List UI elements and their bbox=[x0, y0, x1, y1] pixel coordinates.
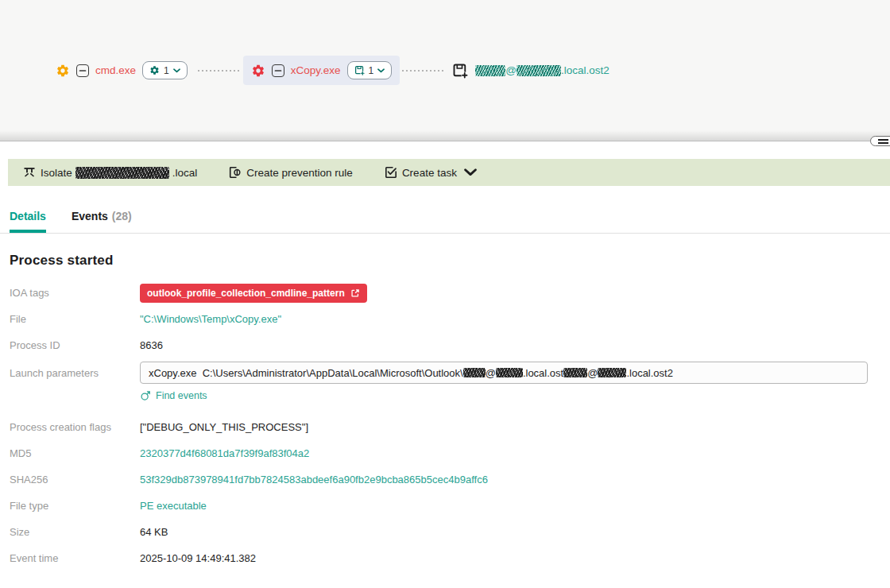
process-tree-row: cmd.exe 1 xCopy.exe 1 bbox=[48, 56, 614, 85]
field-row-process-id: Process ID 8636 bbox=[10, 332, 890, 358]
process-gear-icon bbox=[56, 64, 70, 78]
file-path-link[interactable]: "C:\Windows\Temp\xCopy.exe" bbox=[140, 313, 281, 325]
details-fields: IOA tags outlook_profile_collection_cmdl… bbox=[10, 280, 890, 571]
pane-splitter-handle[interactable] bbox=[870, 136, 890, 146]
tab-events[interactable]: Events (28) bbox=[72, 199, 132, 233]
tree-connector bbox=[198, 70, 241, 72]
grip-lines-icon bbox=[878, 139, 888, 144]
field-label: MD5 bbox=[10, 447, 140, 459]
launch-parameters-box[interactable]: xCopy.exe C:\Users\Administrator\AppData… bbox=[140, 362, 868, 384]
find-events-icon bbox=[140, 390, 151, 401]
file-node-ost2[interactable]: @.local.ost2 bbox=[447, 57, 614, 84]
child-process-count-dropdown[interactable]: 1 bbox=[142, 61, 188, 79]
process-gear-icon-alert bbox=[251, 64, 265, 78]
file-name[interactable]: @.local.ost2 bbox=[475, 64, 609, 76]
creation-flags-value: ["DEBUG_ONLY_THIS_PROCESS"] bbox=[140, 421, 308, 433]
field-label: File type bbox=[10, 500, 140, 512]
process-node-xcopy[interactable]: xCopy.exe 1 bbox=[243, 56, 400, 85]
redacted-mailbox-name bbox=[463, 368, 486, 377]
redacted-hostname bbox=[75, 167, 169, 179]
field-label: SHA256 bbox=[10, 474, 140, 485]
chevron-down-icon bbox=[173, 68, 180, 73]
created-files-count-dropdown[interactable]: 1 bbox=[347, 61, 393, 79]
field-label: File bbox=[10, 313, 140, 325]
field-label: Size bbox=[10, 526, 140, 538]
collapse-node-button[interactable] bbox=[272, 64, 284, 77]
prevention-rule-icon bbox=[229, 166, 242, 179]
create-prevention-rule-button[interactable]: Create prevention rule bbox=[229, 166, 353, 179]
file-plus-icon bbox=[354, 65, 365, 75]
md5-hash-link[interactable]: 2320377d4f68081da7f39f9af83f04a2 bbox=[140, 447, 309, 459]
field-label: Event time bbox=[10, 552, 140, 564]
redacted-mailbox-name bbox=[563, 368, 587, 377]
find-events-link[interactable]: Find events bbox=[140, 390, 207, 401]
isolate-host-button[interactable]: Isolate.local bbox=[23, 166, 197, 179]
tab-details[interactable]: Details bbox=[10, 199, 46, 233]
edr-detection-window: cmd.exe 1 xCopy.exe 1 bbox=[0, 0, 890, 588]
process-name-cmd[interactable]: cmd.exe bbox=[95, 64, 136, 76]
isolate-host-icon bbox=[23, 166, 36, 179]
collapse-node-button[interactable] bbox=[76, 64, 89, 77]
process-node-cmd[interactable]: cmd.exe 1 bbox=[48, 56, 195, 85]
page-title: Process started bbox=[10, 253, 890, 269]
field-row-launch-parameters: Launch parameters xCopy.exe C:\Users\Adm… bbox=[10, 360, 890, 385]
field-label: Process ID bbox=[10, 339, 140, 351]
chevron-down-icon bbox=[377, 68, 385, 73]
file-size-value: 64 KB bbox=[140, 526, 168, 538]
find-events-row: Find events bbox=[140, 390, 890, 401]
field-label: IOA tags bbox=[10, 287, 140, 299]
process-id-value: 8636 bbox=[140, 339, 163, 351]
event-time-value: 2025-10-09 14:49:41.382 bbox=[140, 552, 256, 564]
tab-bar: Details Events (28) bbox=[0, 199, 890, 234]
field-row-event-time: Event time 2025-10-09 14:49:41.382 bbox=[10, 545, 890, 571]
redacted-mailbox-name bbox=[475, 65, 505, 76]
field-row-ioa-tags: IOA tags outlook_profile_collection_cmdl… bbox=[10, 280, 890, 306]
task-check-icon bbox=[385, 166, 397, 179]
field-row-file-type: File type PE executable bbox=[10, 493, 890, 519]
field-label: Launch parameters bbox=[10, 367, 140, 379]
field-row-size: Size 64 KB bbox=[10, 519, 890, 545]
redacted-domain-name bbox=[598, 368, 626, 377]
sha256-hash-link[interactable]: 53f329db873978941fd7bb7824583abdeef6a90f… bbox=[140, 474, 488, 485]
field-row-creation-flags: Process creation flags ["DEBUG_ONLY_THIS… bbox=[10, 414, 890, 440]
field-row-file: File "C:\Windows\Temp\xCopy.exe" bbox=[10, 306, 890, 332]
field-label: Process creation flags bbox=[10, 421, 140, 433]
chevron-down-icon bbox=[464, 166, 477, 179]
ioa-tag-badge[interactable]: outlook_profile_collection_cmdline_patte… bbox=[140, 284, 367, 303]
child-process-count: 1 bbox=[164, 65, 169, 76]
file-created-icon bbox=[452, 63, 468, 79]
events-count-badge: (28) bbox=[112, 210, 132, 222]
field-row-sha256: SHA256 53f329db873978941fd7bb7824583abde… bbox=[10, 466, 890, 493]
field-row-md5: MD5 2320377d4f68081da7f39f9af83f04a2 bbox=[10, 440, 890, 466]
process-tree-pane: cmd.exe 1 xCopy.exe 1 bbox=[0, 0, 890, 141]
external-link-icon bbox=[350, 288, 360, 298]
action-bar: Isolate.local Create prevention rule Cre… bbox=[8, 159, 890, 186]
file-type-link[interactable]: PE executable bbox=[140, 500, 207, 512]
redacted-domain-name bbox=[517, 65, 561, 76]
create-task-button[interactable]: Create task bbox=[385, 166, 477, 179]
process-name-xcopy[interactable]: xCopy.exe bbox=[291, 64, 341, 76]
redacted-domain-name bbox=[496, 368, 523, 377]
tree-connector bbox=[402, 70, 445, 72]
gear-icon bbox=[149, 65, 160, 75]
created-files-count: 1 bbox=[369, 65, 374, 76]
